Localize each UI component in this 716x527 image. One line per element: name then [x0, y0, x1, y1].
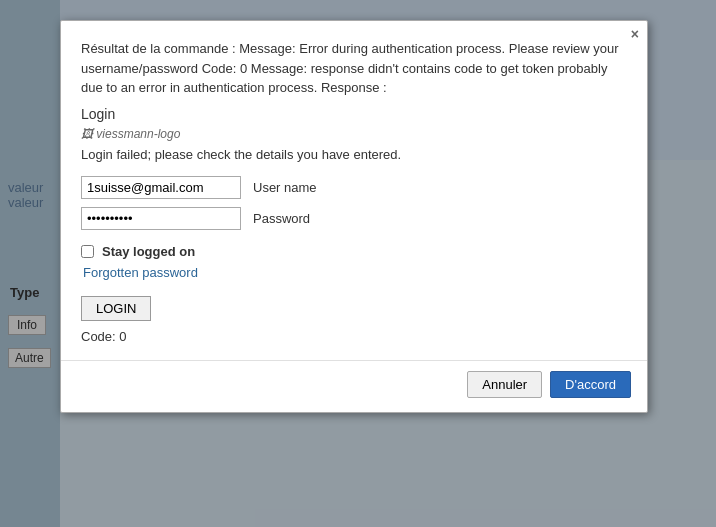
- username-row: User name: [81, 176, 627, 199]
- stay-logged-row: Stay logged on: [81, 244, 627, 259]
- viessmann-logo: 🖼 viessmann-logo: [81, 127, 180, 141]
- password-label: Password: [253, 211, 310, 226]
- login-button[interactable]: LOGIN: [81, 296, 151, 321]
- logo-area: 🖼 viessmann-logo: [81, 126, 627, 141]
- cancel-button[interactable]: Annuler: [467, 371, 542, 398]
- password-row: Password: [81, 207, 627, 230]
- close-button[interactable]: ×: [631, 27, 639, 41]
- modal-footer: Annuler D'accord: [61, 360, 647, 412]
- error-message: Résultat de la commande : Message: Error…: [81, 39, 627, 98]
- stay-logged-label: Stay logged on: [102, 244, 195, 259]
- username-label: User name: [253, 180, 317, 195]
- login-failed-message: Login failed; please check the details y…: [81, 147, 627, 162]
- login-dialog: × Résultat de la commande : Message: Err…: [60, 20, 648, 413]
- password-input[interactable]: [81, 207, 241, 230]
- login-section-title: Login: [81, 106, 627, 122]
- code-text: Code: 0: [81, 329, 627, 344]
- forgotten-password-link[interactable]: Forgotten password: [83, 265, 627, 280]
- modal-body: × Résultat de la commande : Message: Err…: [61, 21, 647, 360]
- username-input[interactable]: [81, 176, 241, 199]
- confirm-button[interactable]: D'accord: [550, 371, 631, 398]
- stay-logged-checkbox[interactable]: [81, 245, 94, 258]
